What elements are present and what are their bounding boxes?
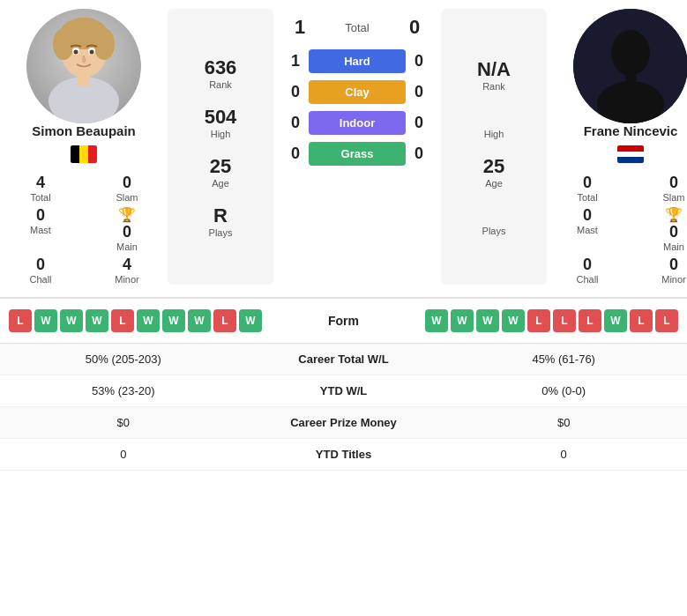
player2-form: WWWWLLLWLL	[425, 309, 678, 332]
stats-p1-value: 53% (23-20)	[13, 384, 234, 397]
player2-main: 🏆 0 Main	[638, 206, 687, 252]
form-label: Form	[269, 314, 418, 328]
stats-p2-value: 0% (0-0)	[453, 384, 674, 397]
player2-mast: 0 Mast	[551, 206, 624, 252]
player1-main: 🏆 0 Main	[91, 206, 163, 252]
grass-badge: Grass	[309, 142, 406, 166]
p2-plays-stat: Plays	[482, 204, 506, 236]
player2-name: Frane Nincevic	[584, 123, 678, 138]
form-badge: W	[34, 309, 57, 332]
player1-name: Simon Beaupain	[32, 123, 136, 138]
player1-total: 4 Total	[4, 174, 77, 203]
form-badge: W	[188, 309, 211, 332]
trophy2-icon: 🏆	[665, 206, 683, 223]
player2-slam: 0 Slam	[638, 174, 687, 203]
p2-age-stat: 25 Age	[483, 155, 504, 189]
svg-rect-6	[78, 74, 90, 86]
vs-section: 1 Total 0 1 Hard 0 0 Clay 0 0 Indoor	[278, 9, 437, 285]
trophy1-icon: 🏆	[118, 206, 136, 223]
form-badge: W	[425, 309, 448, 332]
player1-minor: 4 Minor	[91, 256, 163, 285]
form-badge: W	[502, 309, 525, 332]
player1-stats: 4 Total 0 Slam 0 Mast 🏆 0 Main 0	[4, 174, 163, 285]
player2-stat-panel: N/A Rank High 25 Age Plays	[441, 9, 547, 285]
clay-row: 0 Clay 0	[282, 80, 432, 104]
indoor-row: 0 Indoor 0	[282, 111, 432, 135]
svg-point-3	[53, 28, 74, 60]
svg-point-4	[93, 28, 115, 60]
main-container: Simon Beaupain 4 Total 0 Slam 0 Mast	[0, 0, 687, 471]
hard-badge: Hard	[309, 49, 406, 73]
stats-p2-value: 45% (61-76)	[453, 353, 674, 366]
player1-flag	[71, 145, 97, 163]
player1-panel: Simon Beaupain 4 Total 0 Slam 0 Mast	[4, 9, 163, 285]
player2-minor: 0 Minor	[638, 256, 687, 285]
player1-photo	[26, 9, 141, 123]
grass-score-p2: 0	[406, 145, 432, 163]
stats-row: $0Career Prize Money$0	[0, 407, 687, 439]
p2-high-stat: High	[484, 108, 504, 139]
form-badge: L	[527, 309, 550, 332]
clay-score-p2: 0	[406, 83, 432, 101]
form-badge: W	[451, 309, 474, 332]
form-badge: L	[9, 309, 32, 332]
player1-form: LWWWLWWWLW	[9, 309, 262, 332]
player1-stat-panel: 636 Rank 504 High 25 Age R Plays	[168, 9, 273, 285]
form-badge: L	[213, 309, 236, 332]
total-score-p1: 1	[282, 16, 317, 39]
stats-row-label: Career Total W/L	[234, 353, 454, 366]
stats-row: 0YTD Titles0	[0, 439, 687, 471]
stats-p2-value: $0	[453, 416, 674, 429]
stats-p1-value: 50% (205-203)	[13, 353, 234, 366]
svg-rect-14	[625, 72, 636, 83]
indoor-badge: Indoor	[309, 111, 406, 135]
indoor-score-p1: 0	[282, 114, 309, 132]
form-badge: W	[162, 309, 185, 332]
hard-score-p1: 1	[282, 52, 309, 71]
belgium-flag	[71, 145, 97, 163]
surface-rows: 1 Hard 0 0 Clay 0 0 Indoor 0 0 Grass	[282, 49, 432, 166]
p1-plays-stat: R Plays	[209, 204, 233, 238]
svg-point-9	[74, 50, 78, 55]
player1-chall: 0 Chall	[4, 256, 77, 285]
total-score-p2: 0	[397, 16, 432, 39]
player1-slam: 0 Slam	[91, 174, 163, 203]
stats-row-label: YTD Titles	[234, 448, 454, 461]
player2-chall: 0 Chall	[551, 256, 624, 285]
p1-age-stat: 25 Age	[210, 155, 231, 189]
form-badge: W	[60, 309, 83, 332]
form-badge: L	[553, 309, 576, 332]
form-badge: W	[137, 309, 160, 332]
stats-p2-value: 0	[453, 448, 674, 461]
clay-score-p1: 0	[282, 83, 309, 101]
clay-badge: Clay	[309, 80, 406, 104]
svg-point-12	[611, 30, 650, 76]
indoor-score-p2: 0	[406, 114, 432, 132]
form-badge: L	[111, 309, 134, 332]
svg-point-10	[90, 50, 94, 55]
croatia-flag	[617, 145, 644, 163]
top-section: Simon Beaupain 4 Total 0 Slam 0 Mast	[0, 0, 687, 293]
player1-mast: 0 Mast	[4, 206, 77, 252]
stats-row: 50% (205-203)Career Total W/L45% (61-76)	[0, 344, 687, 375]
stats-table: 50% (205-203)Career Total W/L45% (61-76)…	[0, 343, 687, 471]
form-badge: L	[630, 309, 653, 332]
stats-row-label: YTD W/L	[234, 384, 454, 397]
p1-high-stat: 504 High	[205, 106, 237, 139]
player2-photo	[573, 9, 687, 123]
p1-rank-stat: 636 Rank	[205, 56, 237, 90]
stats-row-label: Career Prize Money	[234, 416, 454, 429]
player2-stats: 0 Total 0 Slam 0 Mast 🏆 0 Main 0	[551, 174, 687, 285]
vs-total-row: 1 Total 0	[282, 9, 432, 46]
form-badge: L	[579, 309, 601, 332]
grass-score-p1: 0	[282, 145, 309, 163]
form-badge: W	[476, 309, 499, 332]
form-badge: W	[239, 309, 262, 332]
stats-p1-value: 0	[13, 448, 234, 461]
player2-flag	[617, 145, 644, 163]
form-section: LWWWLWWWLW Form WWWWLLLWLL	[0, 297, 687, 343]
form-badge: W	[86, 309, 108, 332]
form-badge: W	[604, 309, 627, 332]
player2-panel: Frane Nincevic 0 Total 0 Slam 0	[551, 9, 687, 285]
player2-total: 0 Total	[551, 174, 624, 203]
